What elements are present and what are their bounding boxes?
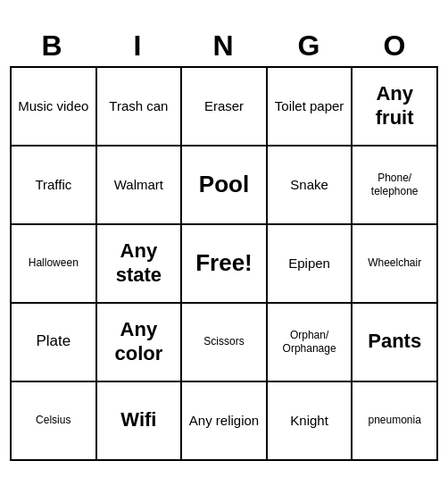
bingo-cell-13: Epipen xyxy=(268,225,353,304)
cell-text-18: Orphan/ Orphanage xyxy=(271,329,348,355)
bingo-cell-14: Wheelchair xyxy=(353,225,438,304)
header-letter-I: I xyxy=(95,26,181,66)
bingo-grid: Music videoTrash canEraserToilet paperAn… xyxy=(10,66,438,461)
bingo-cell-17: Scissors xyxy=(182,304,268,382)
header-letter-N: N xyxy=(181,26,267,66)
bingo-cell-11: Any state xyxy=(97,225,183,304)
cell-text-13: Epipen xyxy=(288,256,330,272)
cell-text-14: Wheelchair xyxy=(368,256,421,269)
bingo-cell-8: Snake xyxy=(268,147,353,225)
cell-text-23: Knight xyxy=(290,413,328,429)
cell-text-7: Pool xyxy=(199,171,249,198)
header-letter-O: O xyxy=(353,26,438,66)
bingo-card: BINGO Music videoTrash canEraserToilet p… xyxy=(10,26,438,461)
cell-text-11: Any state xyxy=(101,239,178,287)
bingo-cell-10: Halloween xyxy=(12,225,97,304)
cell-text-24: pneumonia xyxy=(368,414,420,426)
bingo-cell-16: Any color xyxy=(97,304,183,382)
bingo-cell-3: Toilet paper xyxy=(268,68,353,147)
bingo-cell-18: Orphan/ Orphanage xyxy=(268,304,353,382)
bingo-cell-21: Wifi xyxy=(97,382,183,461)
bingo-cell-15: Plate xyxy=(12,304,97,382)
header-letter-B: B xyxy=(10,26,95,66)
bingo-cell-5: Traffic xyxy=(12,147,97,225)
cell-text-19: Pants xyxy=(368,330,421,353)
bingo-cell-1: Trash can xyxy=(97,68,183,147)
cell-text-2: Eraser xyxy=(204,98,244,114)
bingo-cell-22: Any religion xyxy=(182,382,268,461)
cell-text-1: Trash can xyxy=(109,98,168,114)
bingo-cell-9: Phone/ telephone xyxy=(353,147,438,225)
cell-text-22: Any religion xyxy=(189,413,259,429)
bingo-cell-12: Free! xyxy=(182,225,268,304)
cell-text-4: Any fruit xyxy=(356,82,433,130)
bingo-cell-6: Walmart xyxy=(97,147,183,225)
cell-text-12: Free! xyxy=(195,249,253,277)
bingo-cell-24: pneumonia xyxy=(353,382,438,461)
bingo-cell-7: Pool xyxy=(182,147,268,225)
cell-text-3: Toilet paper xyxy=(275,98,344,114)
cell-text-20: Celsius xyxy=(36,414,71,426)
cell-text-21: Wifi xyxy=(120,408,156,432)
cell-text-5: Traffic xyxy=(35,177,71,193)
bingo-cell-19: Pants xyxy=(353,304,438,382)
cell-text-0: Music video xyxy=(18,98,88,114)
bingo-header: BINGO xyxy=(10,26,438,66)
cell-text-6: Walmart xyxy=(114,177,163,193)
cell-text-8: Snake xyxy=(290,177,328,193)
cell-text-10: Halloween xyxy=(29,256,79,269)
cell-text-17: Scissors xyxy=(203,335,244,348)
bingo-cell-20: Celsius xyxy=(12,382,97,461)
cell-text-15: Plate xyxy=(36,332,71,350)
bingo-cell-23: Knight xyxy=(268,382,353,461)
cell-text-9: Phone/ telephone xyxy=(356,172,433,197)
bingo-cell-0: Music video xyxy=(12,68,97,147)
header-letter-G: G xyxy=(267,26,353,66)
bingo-cell-2: Eraser xyxy=(182,68,268,147)
bingo-cell-4: Any fruit xyxy=(353,68,438,147)
cell-text-16: Any color xyxy=(101,318,178,365)
